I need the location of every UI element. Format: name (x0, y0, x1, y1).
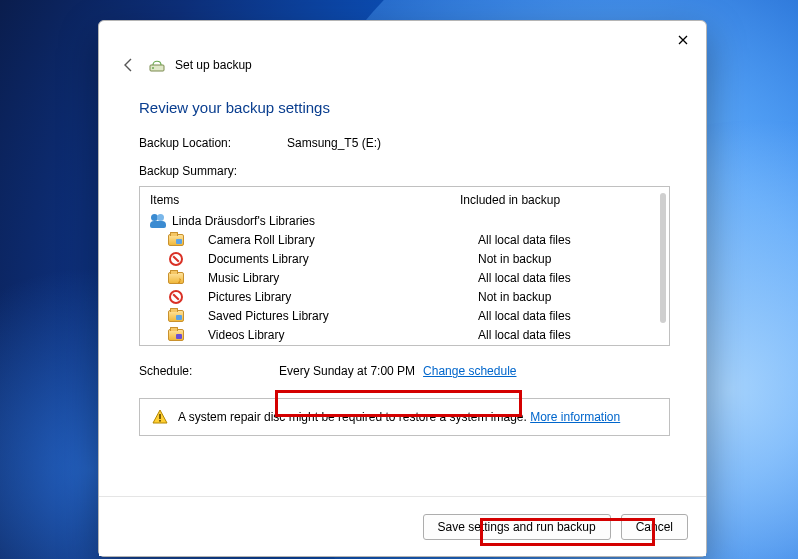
summary-row[interactable]: Documents Library Not in backup (150, 249, 659, 268)
page-heading: Review your backup settings (139, 99, 670, 116)
repair-disc-info: A system repair disc might be required t… (139, 398, 670, 436)
wizard-body: Review your backup settings Backup Locat… (99, 81, 706, 496)
backup-wizard-dialog: Set up backup Review your backup setting… (98, 20, 707, 557)
summary-row-inc: All local data files (478, 233, 659, 247)
camera-library-icon (168, 232, 184, 248)
summary-row-inc: All local data files (478, 328, 659, 342)
backup-summary-label: Backup Summary: (139, 164, 670, 178)
summary-row-inc: All local data files (478, 271, 659, 285)
summary-row[interactable]: Saved Pictures Library All local data fi… (150, 306, 659, 325)
wizard-title: Set up backup (175, 58, 252, 72)
summary-root-name: Linda Dräusdorf's Libraries (172, 214, 460, 228)
summary-row-name: Pictures Library (190, 290, 478, 304)
schedule-label: Schedule: (139, 364, 279, 378)
excluded-icon (168, 289, 184, 305)
summary-row-name: Music Library (190, 271, 478, 285)
summary-root-row[interactable]: Linda Dräusdorf's Libraries (150, 211, 659, 230)
more-information-link[interactable]: More information (530, 410, 620, 424)
back-arrow-icon (121, 57, 137, 73)
warning-icon (152, 409, 168, 425)
summary-row-name: Documents Library (190, 252, 478, 266)
backup-location-row: Backup Location: Samsung_T5 (E:) (139, 136, 670, 150)
close-button[interactable] (668, 27, 698, 53)
summary-row[interactable]: Camera Roll Library All local data files (150, 230, 659, 249)
backup-location-label: Backup Location: (139, 136, 279, 150)
summary-row[interactable]: Videos Library All local data files (150, 325, 659, 344)
back-button[interactable] (119, 55, 139, 75)
summary-rows: Linda Dräusdorf's Libraries Camera Roll … (140, 211, 669, 345)
summary-row-name: Camera Roll Library (190, 233, 478, 247)
cancel-button[interactable]: Cancel (621, 514, 688, 540)
music-library-icon (168, 270, 184, 286)
col-included-header: Included in backup (460, 193, 659, 207)
summary-columns: Items Included in backup (140, 187, 669, 211)
col-items-header: Items (150, 193, 460, 207)
svg-point-1 (152, 67, 154, 69)
summary-row-name: Videos Library (190, 328, 478, 342)
svg-rect-2 (159, 414, 161, 419)
wizard-header: Set up backup (99, 55, 706, 81)
schedule-value: Every Sunday at 7:00 PM (279, 364, 415, 378)
summary-row[interactable]: Pictures Library Not in backup (150, 287, 659, 306)
backup-location-value: Samsung_T5 (E:) (287, 136, 381, 150)
excluded-icon (168, 251, 184, 267)
schedule-row: Schedule: Every Sunday at 7:00 PM Change… (139, 364, 670, 378)
titlebar (99, 21, 706, 55)
close-icon (678, 35, 688, 45)
backup-drive-icon (149, 57, 165, 73)
summary-row-inc: Not in backup (478, 252, 659, 266)
summary-row-name: Saved Pictures Library (190, 309, 478, 323)
summary-row-inc: Not in backup (478, 290, 659, 304)
save-and-run-button[interactable]: Save settings and run backup (423, 514, 611, 540)
change-schedule-link[interactable]: Change schedule (423, 364, 516, 378)
camera-library-icon (168, 308, 184, 324)
summary-row[interactable]: Music Library All local data files (150, 268, 659, 287)
repair-disc-text: A system repair disc might be required t… (178, 410, 620, 424)
summary-scrollbar[interactable] (660, 193, 666, 323)
summary-list: Items Included in backup Linda Dräusdorf… (139, 186, 670, 346)
users-icon (150, 213, 166, 229)
svg-rect-3 (159, 420, 161, 422)
video-library-icon (168, 327, 184, 343)
summary-row-inc: All local data files (478, 309, 659, 323)
dialog-footer: Save settings and run backup Cancel (99, 496, 706, 556)
